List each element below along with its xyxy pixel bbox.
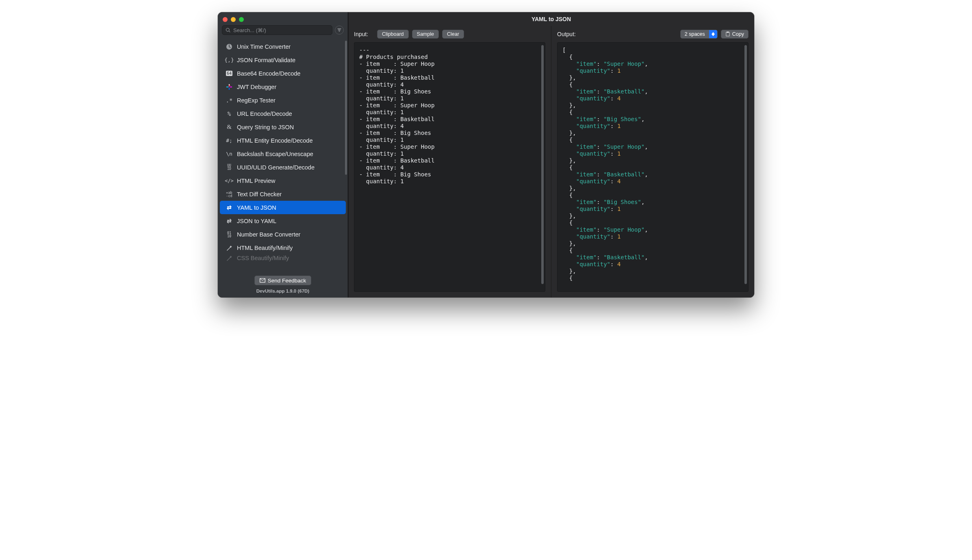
app-version: DevUtils.app 1.9.0 (67D) [218,286,348,297]
diff-icon: +ab-cd [226,191,233,198]
clipboard-icon [725,32,730,37]
output-scrollbar[interactable] [744,45,747,284]
sidebar-item-label: HTML Preview [237,178,276,184]
svg-rect-1 [338,30,341,30]
output-code[interactable]: [ { "item": "Super Hoop", "quantity": 1 … [557,42,749,292]
sidebar-item-json-format-validate[interactable]: {,}JSON Format/Validate [220,53,346,67]
input-scrollbar[interactable] [541,45,544,284]
backslash-icon: \n [226,150,233,158]
sidebar-item-label: YAML to JSON [237,204,276,211]
sidebar-item-label: Base64 Encode/Decode [237,70,300,77]
tool-list[interactable]: Unix Time Converter{,}JSON Format/Valida… [218,38,348,273]
uuid-icon: UUID [226,164,233,171]
percent-icon: % [226,110,233,117]
send-feedback-label: Send Feedback [268,278,306,284]
sidebar-item-regexp-tester[interactable]: .*RegExp Tester [220,93,346,107]
sidebar-item-html-beautify-minify[interactable]: HTML Beautify/Minify [220,241,346,254]
mail-icon [260,278,265,283]
sidebar-item-number-base-converter[interactable]: 0110Number Base Converter [220,228,346,241]
swap-icon [226,217,233,225]
sidebar-item-label: Backslash Escape/Unescape [237,151,313,157]
sidebar-item-label: Text Diff Checker [237,191,282,198]
sidebar-item-css-beautify-minify[interactable]: CSS Beautify/Minify [220,254,346,262]
sidebar-item-url-encode-decode[interactable]: %URL Encode/Decode [220,107,346,120]
clock-icon [226,43,233,50]
html-icon: </> [226,177,233,184]
search-icon [226,28,231,33]
sidebar-item-jwt-debugger[interactable]: JWT Debugger [220,80,346,93]
sidebar-item-label: Number Base Converter [237,231,300,238]
wand-icon [226,244,233,252]
search-placeholder: Search... (⌘/) [233,27,266,33]
sidebar-item-html-entity-encode-decode[interactable]: #;HTML Entity Encode/Decode [220,134,346,147]
window-title: YAML to JSON [348,12,754,26]
copy-button[interactable]: Copy [721,30,749,39]
output-pane: Output: 2 spaces Copy [ [551,26,754,297]
sidebar-item-label: JSON Format/Validate [237,57,295,63]
copy-label: Copy [732,31,744,37]
indent-select[interactable]: 2 spaces [680,30,718,39]
zoom-window-button[interactable] [239,17,244,22]
minimize-window-button[interactable] [231,17,236,22]
sidebar-item-label: UUID/ULID Generate/Decode [237,164,315,171]
sample-button[interactable]: Sample [412,30,439,39]
sidebar: Search... (⌘/) Unix Time Converter{,}JSO… [218,12,348,297]
sidebar-item-label: JSON to YAML [237,218,276,224]
jwt-icon [226,83,233,91]
hash-icon: #; [226,137,233,144]
sidebar-item-label: HTML Beautify/Minify [237,245,293,251]
sidebar-item-label: Unix Time Converter [237,43,291,50]
sidebar-item-query-string-to-json[interactable]: &Query String to JSON [220,120,346,134]
base64-icon: 64 [226,70,233,77]
sidebar-item-label: RegExp Tester [237,97,276,104]
json-icon: {,} [226,56,233,64]
window-controls [218,12,348,24]
svg-rect-0 [338,28,341,29]
main: YAML to JSON Input: Clipboard Sample Cle… [348,12,754,297]
sidebar-item-label: JWT Debugger [237,84,276,90]
close-window-button[interactable] [223,17,228,22]
filter-icon [337,28,342,33]
output-label: Output: [557,31,576,37]
send-feedback-button[interactable]: Send Feedback [254,276,312,285]
chevron-updown-icon [709,30,717,38]
clear-button[interactable]: Clear [442,30,464,39]
sidebar-item-unix-time-converter[interactable]: Unix Time Converter [220,40,346,53]
sidebar-item-label: URL Encode/Decode [237,111,292,117]
input-label: Input: [354,31,368,37]
ampersand-icon: & [226,124,233,131]
clipboard-button[interactable]: Clipboard [377,30,409,39]
sidebar-item-yaml-to-json[interactable]: YAML to JSON [220,201,346,214]
sidebar-item-text-diff-checker[interactable]: +ab-cdText Diff Checker [220,187,346,201]
search-input[interactable]: Search... (⌘/) [222,25,332,35]
sidebar-item-label: Query String to JSON [237,124,294,130]
sidebar-item-backslash-escape-unescape[interactable]: \nBackslash Escape/Unescape [220,147,346,161]
sidebar-item-json-to-yaml[interactable]: JSON to YAML [220,214,346,228]
sidebar-item-base64-encode-decode[interactable]: 64Base64 Encode/Decode [220,67,346,80]
filter-button[interactable] [335,26,344,35]
sidebar-item-html-preview[interactable]: </>HTML Preview [220,174,346,187]
input-code[interactable]: --- # Products purchased - item : Super … [354,42,545,292]
sidebar-item-label: HTML Entity Encode/Decode [237,137,312,144]
regex-icon: .* [226,97,233,104]
svg-rect-2 [339,31,340,31]
binary-icon: 0110 [226,231,233,238]
sidebar-scrollbar[interactable] [345,41,347,175]
app-window: Search... (⌘/) Unix Time Converter{,}JSO… [218,12,754,297]
input-pane: Input: Clipboard Sample Clear --- # Prod… [348,26,551,297]
wand-icon [226,254,233,262]
indent-value: 2 spaces [681,31,709,37]
sidebar-item-uuid-ulid-generate-decode[interactable]: UUIDUUID/ULID Generate/Decode [220,161,346,174]
sidebar-item-label: CSS Beautify/Minify [237,255,289,261]
swap-icon [226,204,233,211]
